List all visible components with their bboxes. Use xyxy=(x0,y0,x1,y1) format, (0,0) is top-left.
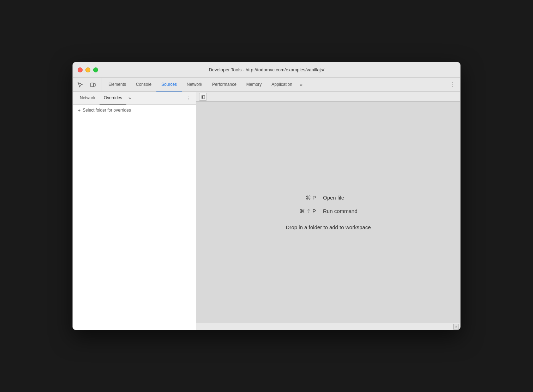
editor-area: ◧ ⌘ P Open file ⌘ ⇧ P Run command Drop i… xyxy=(196,92,460,330)
titlebar: Developer Tools - http://todomvc.com/exa… xyxy=(73,62,460,78)
window-title: Developer Tools - http://todomvc.com/exa… xyxy=(209,67,324,72)
workspace-hint: Drop in a folder to add to workspace xyxy=(286,224,371,230)
toggle-sidebar-button[interactable]: ◧ xyxy=(199,93,207,101)
traffic-lights xyxy=(78,67,98,72)
inspect-element-button[interactable] xyxy=(76,80,85,89)
editor-main: ⌘ P Open file ⌘ ⇧ P Run command Drop in … xyxy=(196,102,460,323)
tab-console[interactable]: Console xyxy=(131,78,156,91)
editor-bottom: ▲ xyxy=(196,323,460,330)
maximize-button[interactable] xyxy=(93,67,98,72)
shortcut-row-run-command: ⌘ ⇧ P Run command xyxy=(284,208,372,214)
shortcut-row-open-file: ⌘ P Open file xyxy=(284,195,372,201)
main-tabbar: Elements Console Sources Network Perform… xyxy=(73,78,460,92)
devtools-menu-button[interactable]: ⋮ xyxy=(448,80,457,89)
sidebar-content: + Select folder for overrides xyxy=(73,105,196,330)
tab-sources[interactable]: Sources xyxy=(156,78,182,91)
tabbar-end: ⋮ xyxy=(448,78,460,91)
tab-performance[interactable]: Performance xyxy=(207,78,241,91)
shortcut-keys-open-file: ⌘ P xyxy=(284,195,316,201)
sidebar-menu-button[interactable]: ⋮ xyxy=(183,93,193,103)
svg-rect-1 xyxy=(94,84,95,86)
devtools-window: Developer Tools - http://todomvc.com/exa… xyxy=(72,62,461,330)
shortcut-keys-run-command: ⌘ ⇧ P xyxy=(284,208,316,214)
device-toggle-button[interactable] xyxy=(88,80,97,89)
sidebar-tab-network[interactable]: Network xyxy=(76,92,100,105)
shortcut-label-run-command: Run command xyxy=(323,208,372,214)
sidebar-more-button[interactable]: » xyxy=(126,96,133,101)
close-button[interactable] xyxy=(78,67,83,72)
sidebar-tab-overrides[interactable]: Overrides xyxy=(100,92,126,105)
sidebar: Network Overrides » ⋮ + Select folder fo… xyxy=(73,92,196,330)
tab-memory[interactable]: Memory xyxy=(241,78,266,91)
add-folder-button[interactable]: + Select folder for overrides xyxy=(73,105,196,116)
tab-application[interactable]: Application xyxy=(266,78,297,91)
scroll-up-button[interactable]: ▲ xyxy=(453,324,459,329)
minimize-button[interactable] xyxy=(85,67,90,72)
tab-network[interactable]: Network xyxy=(182,78,207,91)
more-tabs-button[interactable]: » xyxy=(297,78,305,91)
plus-icon: + xyxy=(78,107,80,113)
shortcut-label-open-file: Open file xyxy=(323,195,372,201)
main-content: Network Overrides » ⋮ + Select folder fo… xyxy=(73,92,460,330)
sidebar-tabbar: Network Overrides » ⋮ xyxy=(73,92,196,105)
tab-elements[interactable]: Elements xyxy=(103,78,131,91)
editor-toolbar: ◧ xyxy=(196,92,460,102)
tabbar-icons xyxy=(76,78,102,91)
